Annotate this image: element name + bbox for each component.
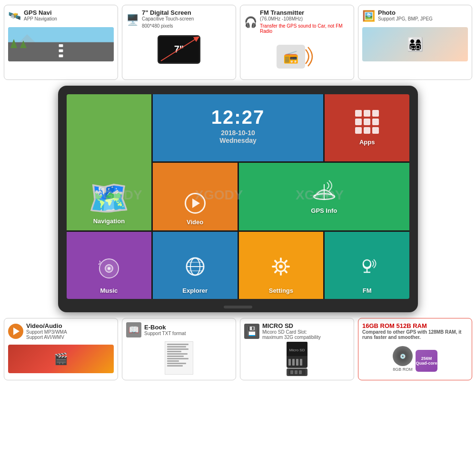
apps-dot-1 — [355, 110, 362, 117]
tile-gps-info[interactable]: GPS Info — [239, 163, 410, 230]
gps-navi-image — [8, 25, 114, 63]
feature-gps-navi: 🛰️ GPS Navi APP Navigation — [4, 5, 118, 80]
svg-point-16 — [108, 267, 110, 270]
svg-rect-39 — [292, 359, 295, 366]
video-audio-play-triangle — [13, 327, 20, 335]
video-audio-image: 🎬 — [8, 342, 114, 376]
ebook-line-2 — [167, 346, 186, 347]
device-screen: 🗺️ Navigation 12:27 2018-10-10 Wednesday — [67, 94, 409, 299]
ebook-icon: 📖 — [126, 322, 141, 337]
tile-fm[interactable]: FM — [325, 232, 409, 299]
apps-dot-3 — [372, 110, 379, 117]
tile-music[interactable]: ♪ Music — [67, 232, 151, 299]
digital-screen-subtitle2: 800*480 pixels — [142, 23, 194, 29]
feature-fm-header: 🎧 FM Transmitter (76.0MHz -108MHz) Trans… — [244, 9, 350, 36]
micro-sd-sub2: maximum 32G compatibility — [262, 335, 321, 340]
gps-device: 🗺️ Navigation 12:27 2018-10-10 Wednesday — [58, 86, 418, 312]
ebook-header: 📖 E-Book Support TXT format — [126, 322, 232, 337]
photo-icon: 🖼️ — [362, 11, 375, 21]
tablet-svg: 7" — [155, 33, 203, 68]
svg-rect-38 — [288, 359, 291, 366]
fm-title: FM Transmitter — [260, 9, 350, 16]
tile-settings[interactable]: Settings — [239, 232, 324, 299]
photo-subtitle: Support JPG, BMP, JPEG — [378, 16, 433, 21]
rom-ram-subtitle: Compared to other GPS with 128MB RAM, it… — [362, 329, 468, 340]
video-thumb-icon: 🎬 — [54, 352, 68, 366]
ebook-line-7 — [167, 358, 188, 359]
apps-grid — [355, 110, 379, 134]
device-wrapper: 🗺️ Navigation 12:27 2018-10-10 Wednesday — [0, 84, 476, 314]
tile-clock[interactable]: 12:27 2018-10-10 Wednesday — [153, 94, 324, 161]
ebook-line-9 — [167, 363, 186, 364]
disk-icon-8gb: 💿 — [393, 346, 413, 366]
fm-subtitle: (76.0MHz -108MHz) — [260, 16, 350, 21]
tile-video[interactable]: Video — [153, 163, 238, 230]
clock-date: 2018-10-10 — [221, 129, 255, 137]
feature-video-audio: Video/Audio Support MP3/WMA Support AVI/… — [4, 318, 118, 380]
photo-image: 👨‍👩‍👧‍👦 — [362, 25, 468, 63]
apps-dot-7 — [355, 127, 362, 134]
clock-time: 12:27 — [211, 107, 265, 128]
video-play-icon — [185, 193, 206, 214]
satellite-dish-svg — [310, 178, 338, 202]
nav-label: Navigation — [93, 218, 125, 225]
video-thumbnail: 🎬 — [8, 345, 114, 373]
tile-apps[interactable]: Apps — [325, 94, 409, 161]
apps-dot-6 — [372, 119, 379, 125]
svg-rect-29 — [280, 272, 282, 276]
svg-text:♪: ♪ — [98, 258, 101, 266]
ebook-image — [126, 339, 232, 376]
micro-sd-image: Micro SD — [244, 342, 350, 376]
svg-rect-41 — [300, 359, 302, 366]
cpu-chip-icon: 256MQuad-core — [416, 350, 437, 372]
music-label: Music — [100, 287, 118, 294]
svg-rect-3 — [59, 44, 63, 47]
rom-ram-title: 16GB ROM 512B RAM — [362, 322, 468, 329]
svg-rect-40 — [296, 359, 298, 366]
screen-icon: 🖥️ — [126, 15, 139, 25]
feature-ebook: 📖 E-Book Support TXT format — [122, 318, 236, 380]
sd-card-svg: Micro SD — [284, 342, 310, 376]
feature-photo-header: 🖼️ Photo Support JPG, BMP, JPEG — [362, 9, 433, 23]
ebook-line-3 — [167, 348, 188, 350]
clock-day: Wednesday — [219, 137, 257, 144]
feature-photo: 🖼️ Photo Support JPG, BMP, JPEG 👨‍👩‍👧‍👦 — [358, 5, 472, 80]
sd-card-image: Micro SD — [284, 342, 310, 376]
family-image: 👨‍👩‍👧‍👦 — [362, 27, 468, 61]
apps-dot-8 — [364, 127, 370, 134]
gear-svg — [270, 256, 292, 278]
gps-navi-title: GPS Navi — [24, 9, 57, 16]
apps-dot-2 — [364, 110, 370, 117]
gps-info-label: GPS Info — [311, 207, 337, 214]
svg-rect-47 — [299, 370, 302, 374]
ie-svg — [184, 256, 206, 278]
gps-navi-icon: 🛰️ — [8, 11, 21, 21]
tile-navigation[interactable]: 🗺️ Navigation — [67, 94, 151, 230]
feature-digital-screen: 🖥️ 7" Digital Screen Capacitive Touch-sc… — [122, 5, 236, 80]
micro-sd-header: 💾 MICRO SD Micoro SD Card Slot: maximum … — [244, 322, 350, 340]
gear-icon — [270, 256, 292, 282]
apps-dot-9 — [372, 127, 379, 134]
device-speaker — [224, 306, 252, 308]
svg-point-33 — [363, 260, 371, 268]
top-features-section: 🛰️ GPS Navi APP Navigation — [0, 0, 476, 84]
music-icon: ♪ — [97, 256, 121, 283]
tile-explorer[interactable]: Explorer — [153, 232, 238, 299]
ebook-line-10 — [167, 365, 183, 367]
rom-disk-8gb: 💿 8GB ROM — [393, 346, 413, 372]
feature-micro-sd: 💾 MICRO SD Micoro SD Card Slot: maximum … — [240, 318, 354, 380]
ebook-line-1 — [167, 344, 188, 345]
rom-cpu-quadcore: 256MQuad-core — [416, 350, 437, 372]
rom-chips: 💿 8GB ROM 256MQuad-core — [393, 346, 437, 372]
apps-label: Apps — [359, 139, 375, 146]
sd-icon: 💾 — [244, 324, 259, 339]
feature-fm-transmitter: 🎧 FM Transmitter (76.0MHz -108MHz) Trans… — [240, 5, 354, 80]
road-svg — [8, 27, 114, 61]
settings-label: Settings — [269, 287, 293, 294]
video-audio-sub2: Support AVI/WMV — [26, 335, 67, 340]
ebook-title: E-Book — [144, 324, 186, 331]
digital-screen-title: 7" Digital Screen — [142, 9, 194, 16]
svg-rect-45 — [290, 370, 293, 374]
fm-label: FM — [363, 287, 372, 294]
book-icon-symbol: 📖 — [129, 325, 139, 335]
